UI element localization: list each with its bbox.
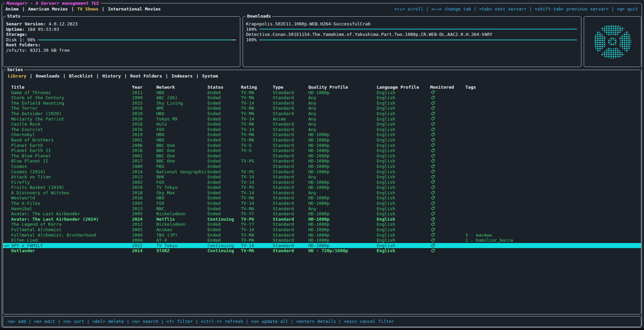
table-row[interactable]: Cosmos (2014) 2014 National Geographic E… <box>3 169 641 175</box>
table-row[interactable]: Castle Rock 2018 Hulu Ended TV-MA Standa… <box>3 122 641 127</box>
cell-status: Ended <box>207 106 241 111</box>
table-keybindings-help: <a> add | <e> edit | <o> sort | <del> de… <box>3 316 641 326</box>
tab-history[interactable]: History <box>93 73 121 79</box>
cell-title: Castle Rock <box>11 122 132 127</box>
table-row[interactable]: Storm of the Century 1999 ABC (US) Ended… <box>3 95 641 101</box>
cell-monitored <box>430 90 465 94</box>
table-row[interactable]: Fruits Basket (2019) 2019 TV Tokyo Ended… <box>3 185 641 190</box>
disk-label: Disk 1: 98% <box>6 37 35 43</box>
root-folders-label: Root Folders: <box>6 42 41 48</box>
download-item: Krapopolis.S02E11.1080p.WEB.H264-Success… <box>246 21 577 32</box>
cell-monitored <box>430 249 465 253</box>
cell-monitored <box>430 217 465 221</box>
cell-language: English <box>377 185 430 190</box>
cell-year: 2014 <box>132 248 156 254</box>
cell-type: Standard <box>273 217 308 222</box>
table-row[interactable]: Moriarty the Patriot 2020 Tokyo MX Ended… <box>3 116 641 122</box>
tab-downloads[interactable]: Downloads <box>26 73 60 79</box>
table-row[interactable]: The Legend of Korra 2012 Nickelodeon End… <box>3 222 641 227</box>
cell-title: The Exorcist <box>11 127 132 132</box>
cell-network: FOX <box>156 127 207 132</box>
table-row[interactable]: Band of Brothers 2001 HBO Ended TV-MA St… <box>3 137 641 143</box>
table-row[interactable]: A Discovery of Witches 2018 Sky Max Ende… <box>3 190 641 196</box>
cell-network: TV Tokyo <box>156 185 207 190</box>
table-row[interactable]: Outlander 2014 STARZ Continuing TV-MA St… <box>3 248 641 254</box>
cell-monitored <box>430 159 465 163</box>
cell-network: STARZ <box>156 248 207 254</box>
cell-monitored <box>430 206 465 211</box>
cell-status: Ended <box>207 233 241 238</box>
tab-library[interactable]: Library <box>8 73 26 79</box>
table-row[interactable]: The Enfield Haunting 2015 Sky Living End… <box>3 101 641 106</box>
table-row[interactable]: => SPY x FAMILY 2022 TV Tokyo Continuing… <box>3 243 641 248</box>
table-row[interactable]: The Outsider (2020) 2020 HBO Ended TV-MA… <box>3 111 641 116</box>
servarr-tab-bar: Anime American Movies TV Shows Internati… <box>5 6 161 12</box>
monitored-tag-icon <box>431 96 435 100</box>
cell-title: Elfen Lied <box>11 238 132 243</box>
cell-rating: TV-MA <box>241 137 273 143</box>
cell-title: Hannibal <box>11 206 132 212</box>
tab-root-folders[interactable]: Root Folders <box>121 73 162 79</box>
monitored-tag-icon <box>431 90 435 94</box>
cell-type: Standard <box>273 137 308 143</box>
version-label: Sonarr Version: <box>6 21 46 27</box>
table-row[interactable]: Blue Planet II 2017 BBC One Ended TV-PG … <box>3 158 641 164</box>
table-row[interactable]: Cosmos 1980 PBS Ended Standard HD-1080p … <box>3 164 641 169</box>
cell-title: Cosmos (2014) <box>11 169 132 175</box>
tab-international-movies[interactable]: International Movies <box>98 6 161 12</box>
stats-panel-title: Stats <box>6 14 22 19</box>
table-row[interactable]: Avatar: The Last Airbender 2005 Nickelod… <box>3 211 641 217</box>
cell-monitored <box>430 222 465 226</box>
cell-quality: HD-1080p <box>308 227 377 233</box>
cell-title: Westworld <box>11 195 132 201</box>
table-row[interactable]: Game of Thrones 2011 HBO Ended TV-MA Sta… <box>3 90 641 95</box>
table-row[interactable]: The Blue Planet 2001 BBC One Ended Stand… <box>3 153 641 159</box>
tab-system[interactable]: System <box>193 73 218 79</box>
monitored-tag-icon <box>431 238 435 242</box>
logo-panel <box>584 16 641 67</box>
cell-title: The Outsider (2020) <box>11 111 132 116</box>
cell-language: English <box>377 137 430 143</box>
tab-blocklist[interactable]: Blocklist <box>60 73 93 79</box>
cell-type: Standard <box>273 164 308 169</box>
table-row[interactable]: Elfen Lied 2004 AT-X Ended TV-MA Standar… <box>3 238 641 243</box>
tab-anime[interactable]: Anime <box>5 6 19 12</box>
cell-year: 2013 <box>132 174 156 180</box>
tab-tv-shows[interactable]: TV Shows <box>68 6 98 12</box>
cell-quality: Any <box>308 116 377 122</box>
cell-rating: TV-MA <box>241 132 273 137</box>
download-progress-gauge <box>259 40 577 40</box>
cell-title: A Discovery of Witches <box>11 190 132 196</box>
monitored-tag-icon <box>431 154 435 158</box>
table-row[interactable]: Attack on Titan 2013 NHK Ended TV-14 Sta… <box>3 174 641 180</box>
cell-year: 2018 <box>132 122 156 127</box>
table-row[interactable]: Westworld 2016 HBO Ended TV-MA Standard … <box>3 195 641 201</box>
cell-year: 2003 <box>132 227 156 233</box>
cell-monitored <box>430 117 465 121</box>
monitored-tag-icon <box>431 128 435 132</box>
cell-title: Planet Earth II <box>11 148 132 153</box>
table-row[interactable]: The X-Files 1993 FOX Ended TV-14 Standar… <box>3 201 641 206</box>
table-row[interactable]: Fullmetal Alchemist 2003 Animax Ended TV… <box>3 227 641 233</box>
cell-type: Standard <box>273 132 308 137</box>
cell-quality: HD-1080p <box>308 169 377 175</box>
tab-indexers[interactable]: Indexers <box>162 73 193 79</box>
cell-year: 1980 <box>132 164 156 169</box>
table-row[interactable]: Planet Earth II 2016 BBC One Ended TV-G … <box>3 148 641 153</box>
monitored-tag-icon <box>431 228 435 232</box>
monitored-tag-icon <box>431 112 435 116</box>
table-row[interactable]: The Terror 2018 AMC Ended TV-MA Standard… <box>3 106 641 111</box>
tab-american-movies[interactable]: American Movies <box>19 6 68 12</box>
cell-status: Continuing <box>207 248 241 254</box>
cell-year: 2016 <box>132 148 156 153</box>
table-row[interactable]: Hannibal 2013 NBC Ended TV-MA Standard A… <box>3 206 641 212</box>
table-row[interactable]: Chernobyl 2019 HBO Ended TV-MA Standard … <box>3 132 641 137</box>
cell-language: English <box>377 132 430 137</box>
table-row[interactable]: Firefly 2002 FOX Ended TV-14 Standard HD… <box>3 180 641 185</box>
cell-title: Chernobyl <box>11 132 132 137</box>
table-row[interactable]: The Exorcist 2016 FOX Ended TV-14 Standa… <box>3 127 641 132</box>
table-row[interactable]: Fullmetal Alchemist: Brotherhood 2009 TB… <box>3 233 641 238</box>
table-row[interactable]: Avatar: The Last Airbender (2024) 2024 N… <box>3 217 641 222</box>
cell-title: Outlander <box>11 248 132 254</box>
table-row[interactable]: Planet Earth 2006 BBC One Ended TV-G Sta… <box>3 143 641 148</box>
